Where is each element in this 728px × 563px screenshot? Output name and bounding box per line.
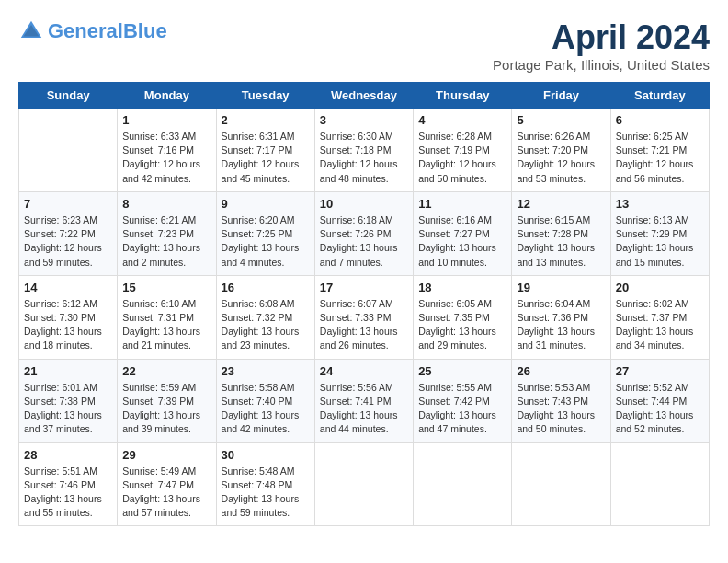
calendar-cell: 18Sunrise: 6:05 AMSunset: 7:35 PMDayligh… bbox=[414, 275, 512, 359]
cell-info: Sunrise: 6:25 AMSunset: 7:21 PMDaylight:… bbox=[616, 130, 704, 186]
cell-info: Sunrise: 6:02 AMSunset: 7:37 PMDaylight:… bbox=[616, 297, 704, 353]
cell-day-number: 10 bbox=[320, 197, 408, 211]
calendar-cell: 7Sunrise: 6:23 AMSunset: 7:22 PMDaylight… bbox=[19, 191, 118, 275]
weekday-header: Saturday bbox=[610, 83, 709, 109]
cell-day-number: 2 bbox=[222, 113, 310, 127]
cell-info: Sunrise: 6:08 AMSunset: 7:32 PMDaylight:… bbox=[222, 297, 310, 353]
cell-info: Sunrise: 6:20 AMSunset: 7:25 PMDaylight:… bbox=[222, 213, 310, 270]
cell-day-number: 9 bbox=[222, 197, 310, 211]
calendar-cell: 27Sunrise: 5:52 AMSunset: 7:44 PMDayligh… bbox=[610, 359, 709, 442]
calendar-cell bbox=[19, 109, 118, 192]
calendar-week-row: 14Sunrise: 6:12 AMSunset: 7:30 PMDayligh… bbox=[19, 275, 710, 359]
calendar-cell: 9Sunrise: 6:20 AMSunset: 7:25 PMDaylight… bbox=[216, 191, 314, 275]
cell-info: Sunrise: 6:15 AMSunset: 7:28 PMDaylight:… bbox=[517, 213, 605, 270]
cell-info: Sunrise: 6:28 AMSunset: 7:19 PMDaylight:… bbox=[418, 130, 506, 186]
cell-day-number: 30 bbox=[222, 448, 310, 462]
calendar-subtitle: Portage Park, Illinois, United States bbox=[493, 57, 710, 73]
cell-info: Sunrise: 6:07 AMSunset: 7:33 PMDaylight:… bbox=[320, 297, 408, 353]
cell-day-number: 5 bbox=[517, 113, 605, 127]
cell-info: Sunrise: 6:26 AMSunset: 7:20 PMDaylight:… bbox=[517, 130, 605, 186]
cell-day-number: 25 bbox=[418, 364, 506, 378]
cell-day-number: 6 bbox=[616, 113, 704, 127]
calendar-cell: 11Sunrise: 6:16 AMSunset: 7:27 PMDayligh… bbox=[414, 191, 512, 275]
calendar-cell: 8Sunrise: 6:21 AMSunset: 7:23 PMDaylight… bbox=[118, 191, 216, 275]
cell-day-number: 1 bbox=[122, 113, 210, 127]
calendar-cell: 22Sunrise: 5:59 AMSunset: 7:39 PMDayligh… bbox=[118, 359, 216, 442]
calendar-cell: 13Sunrise: 6:13 AMSunset: 7:29 PMDayligh… bbox=[610, 191, 709, 275]
cell-day-number: 12 bbox=[517, 197, 605, 211]
cell-day-number: 7 bbox=[24, 197, 112, 211]
cell-info: Sunrise: 6:31 AMSunset: 7:17 PMDaylight:… bbox=[222, 130, 310, 186]
cell-info: Sunrise: 6:04 AMSunset: 7:36 PMDaylight:… bbox=[517, 297, 605, 353]
cell-day-number: 24 bbox=[320, 364, 408, 378]
cell-info: Sunrise: 5:56 AMSunset: 7:41 PMDaylight:… bbox=[320, 381, 408, 437]
cell-day-number: 21 bbox=[24, 364, 112, 378]
calendar-cell: 10Sunrise: 6:18 AMSunset: 7:26 PMDayligh… bbox=[314, 191, 413, 275]
cell-info: Sunrise: 6:05 AMSunset: 7:35 PMDaylight:… bbox=[418, 297, 506, 353]
calendar-cell bbox=[414, 442, 512, 526]
calendar-cell: 16Sunrise: 6:08 AMSunset: 7:32 PMDayligh… bbox=[216, 275, 314, 359]
calendar-cell: 17Sunrise: 6:07 AMSunset: 7:33 PMDayligh… bbox=[314, 275, 413, 359]
logo-line1: General bbox=[48, 19, 123, 42]
calendar-week-row: 28Sunrise: 5:51 AMSunset: 7:46 PMDayligh… bbox=[19, 442, 710, 526]
calendar-cell: 12Sunrise: 6:15 AMSunset: 7:28 PMDayligh… bbox=[512, 191, 610, 275]
cell-day-number: 18 bbox=[418, 281, 506, 294]
weekday-header-row: SundayMondayTuesdayWednesdayThursdayFrid… bbox=[19, 83, 710, 109]
calendar-cell: 28Sunrise: 5:51 AMSunset: 7:46 PMDayligh… bbox=[19, 442, 118, 526]
cell-info: Sunrise: 6:13 AMSunset: 7:29 PMDaylight:… bbox=[616, 213, 704, 270]
logo-text: GeneralBlue bbox=[48, 20, 167, 42]
page-header: GeneralBlue April 2024 Portage Park, Ill… bbox=[18, 18, 710, 73]
calendar-cell: 4Sunrise: 6:28 AMSunset: 7:19 PMDaylight… bbox=[414, 109, 512, 192]
cell-info: Sunrise: 5:52 AMSunset: 7:44 PMDaylight:… bbox=[616, 381, 704, 437]
calendar-cell: 25Sunrise: 5:55 AMSunset: 7:42 PMDayligh… bbox=[414, 359, 512, 442]
calendar-cell: 20Sunrise: 6:02 AMSunset: 7:37 PMDayligh… bbox=[610, 275, 709, 359]
cell-day-number: 4 bbox=[418, 113, 506, 127]
weekday-header: Thursday bbox=[414, 83, 512, 109]
logo-line2: Blue bbox=[123, 19, 167, 42]
calendar-cell: 23Sunrise: 5:58 AMSunset: 7:40 PMDayligh… bbox=[216, 359, 314, 442]
cell-info: Sunrise: 6:23 AMSunset: 7:22 PMDaylight:… bbox=[24, 213, 112, 270]
logo: GeneralBlue bbox=[18, 18, 167, 44]
cell-info: Sunrise: 5:49 AMSunset: 7:47 PMDaylight:… bbox=[122, 465, 210, 521]
cell-day-number: 28 bbox=[24, 448, 112, 462]
calendar-cell: 19Sunrise: 6:04 AMSunset: 7:36 PMDayligh… bbox=[512, 275, 610, 359]
calendar-cell bbox=[610, 442, 709, 526]
cell-day-number: 14 bbox=[24, 281, 112, 294]
cell-info: Sunrise: 6:21 AMSunset: 7:23 PMDaylight:… bbox=[122, 213, 210, 270]
weekday-header: Wednesday bbox=[314, 83, 413, 109]
calendar-cell: 26Sunrise: 5:53 AMSunset: 7:43 PMDayligh… bbox=[512, 359, 610, 442]
cell-day-number: 13 bbox=[616, 197, 704, 211]
cell-day-number: 19 bbox=[517, 281, 605, 294]
cell-day-number: 27 bbox=[616, 364, 704, 378]
calendar-cell: 30Sunrise: 5:48 AMSunset: 7:48 PMDayligh… bbox=[216, 442, 314, 526]
calendar-cell bbox=[314, 442, 413, 526]
calendar-title: April 2024 bbox=[493, 18, 710, 57]
cell-info: Sunrise: 5:48 AMSunset: 7:48 PMDaylight:… bbox=[222, 465, 310, 521]
calendar-table: SundayMondayTuesdayWednesdayThursdayFrid… bbox=[18, 82, 710, 526]
cell-info: Sunrise: 6:30 AMSunset: 7:18 PMDaylight:… bbox=[320, 130, 408, 186]
calendar-cell bbox=[512, 442, 610, 526]
calendar-cell: 1Sunrise: 6:33 AMSunset: 7:16 PMDaylight… bbox=[118, 109, 216, 192]
weekday-header: Friday bbox=[512, 83, 610, 109]
title-area: April 2024 Portage Park, Illinois, Unite… bbox=[493, 18, 710, 73]
cell-info: Sunrise: 6:18 AMSunset: 7:26 PMDaylight:… bbox=[320, 213, 408, 270]
calendar-cell: 24Sunrise: 5:56 AMSunset: 7:41 PMDayligh… bbox=[314, 359, 413, 442]
calendar-cell: 15Sunrise: 6:10 AMSunset: 7:31 PMDayligh… bbox=[118, 275, 216, 359]
calendar-cell: 5Sunrise: 6:26 AMSunset: 7:20 PMDaylight… bbox=[512, 109, 610, 192]
calendar-cell: 6Sunrise: 6:25 AMSunset: 7:21 PMDaylight… bbox=[610, 109, 709, 192]
cell-info: Sunrise: 5:51 AMSunset: 7:46 PMDaylight:… bbox=[24, 465, 112, 521]
cell-day-number: 23 bbox=[222, 364, 310, 378]
calendar-week-row: 21Sunrise: 6:01 AMSunset: 7:38 PMDayligh… bbox=[19, 359, 710, 442]
calendar-week-row: 7Sunrise: 6:23 AMSunset: 7:22 PMDaylight… bbox=[19, 191, 710, 275]
cell-day-number: 29 bbox=[122, 448, 210, 462]
cell-day-number: 17 bbox=[320, 281, 408, 294]
cell-day-number: 16 bbox=[222, 281, 310, 294]
cell-info: Sunrise: 6:33 AMSunset: 7:16 PMDaylight:… bbox=[122, 130, 210, 186]
calendar-cell: 2Sunrise: 6:31 AMSunset: 7:17 PMDaylight… bbox=[216, 109, 314, 192]
calendar-cell: 14Sunrise: 6:12 AMSunset: 7:30 PMDayligh… bbox=[19, 275, 118, 359]
cell-day-number: 8 bbox=[122, 197, 210, 211]
logo-icon bbox=[18, 18, 44, 44]
cell-info: Sunrise: 6:12 AMSunset: 7:30 PMDaylight:… bbox=[24, 297, 112, 353]
cell-day-number: 20 bbox=[616, 281, 704, 294]
cell-day-number: 26 bbox=[517, 364, 605, 378]
